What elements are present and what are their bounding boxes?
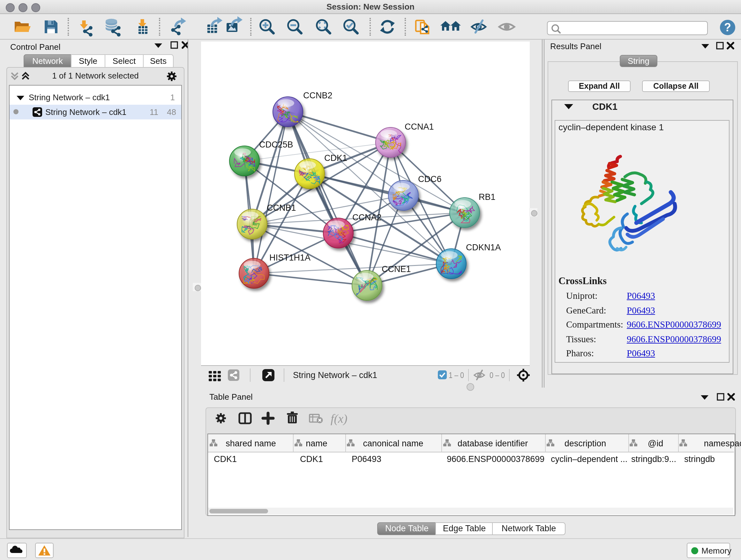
svg-text:CDC25B: CDC25B: [259, 140, 293, 149]
svg-text:String Network – cdk1: String Network – cdk1: [293, 370, 377, 380]
svg-text:CDK1: CDK1: [324, 153, 347, 163]
svg-text:RB1: RB1: [479, 192, 495, 202]
svg-text:@id: @id: [648, 439, 663, 448]
svg-text:P06493: P06493: [352, 454, 381, 464]
svg-text:CCNE1: CCNE1: [382, 264, 411, 274]
svg-text:CDKN1A: CDKN1A: [466, 243, 501, 252]
svg-text:CCNB2: CCNB2: [303, 91, 333, 100]
svg-text:cyclin–dependent ...: cyclin–dependent ...: [551, 454, 627, 464]
svg-text:1 – 0: 1 – 0: [449, 370, 464, 380]
svg-text:description: description: [564, 439, 606, 448]
svg-text:CDK1: CDK1: [300, 454, 323, 464]
svg-text:9606.ENSP00000378699: 9606.ENSP00000378699: [447, 454, 544, 464]
svg-text:CCNA1: CCNA1: [405, 122, 434, 132]
svg-text:CCNB1: CCNB1: [267, 203, 296, 212]
svg-text:stringdb: stringdb: [684, 454, 715, 464]
svg-text:f(x): f(x): [331, 412, 347, 426]
svg-text:0 – 0: 0 – 0: [489, 370, 505, 380]
svg-text:name: name: [306, 439, 327, 448]
svg-text:namespac: namespac: [704, 439, 741, 448]
svg-text:canonical name: canonical name: [363, 439, 423, 448]
svg-text:CDK1: CDK1: [214, 454, 237, 464]
svg-text:CCNA2: CCNA2: [352, 212, 382, 222]
svg-text:stringdb:9...: stringdb:9...: [631, 454, 676, 464]
svg-text:HIST1H1A: HIST1H1A: [269, 253, 311, 262]
svg-text:database identifier: database identifier: [458, 439, 528, 448]
svg-text:CDC6: CDC6: [418, 174, 442, 184]
svg-text:shared name: shared name: [226, 439, 276, 448]
